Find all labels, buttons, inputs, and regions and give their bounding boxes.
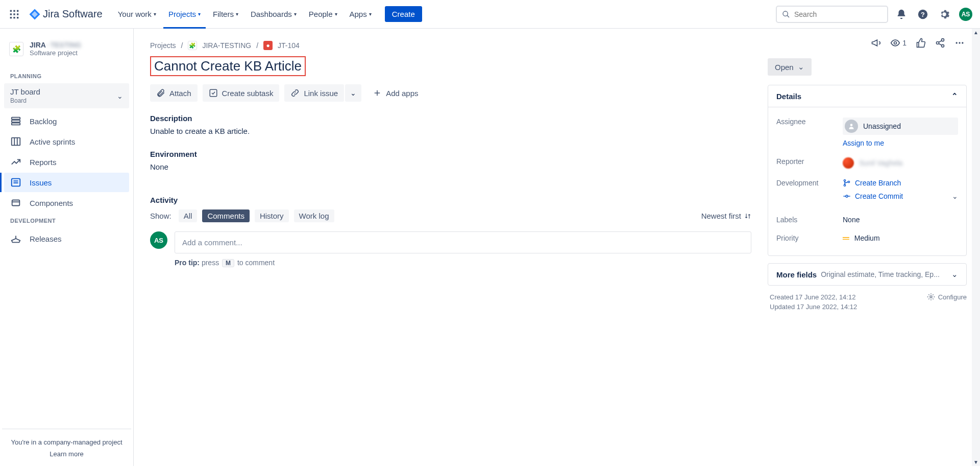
svg-rect-15 [12,123,20,125]
chevron-down-icon: ▾ [294,11,297,17]
create-branch-link[interactable]: Create Branch [843,179,958,187]
environment-label: Environment [150,150,751,158]
assignee-field[interactable]: Unassigned [843,118,958,135]
nav-people[interactable]: People▾ [304,7,342,21]
sidebar-item-reports[interactable]: Reports [4,152,129,172]
issue-title[interactable]: Cannot Create KB Article [150,56,306,76]
search-box[interactable] [776,6,888,23]
svg-rect-1 [13,10,15,11]
configure-button[interactable]: Configure [927,293,967,301]
project-avatar-icon: 🧩 [9,42,23,56]
svg-rect-3 [10,13,12,15]
app-switcher[interactable] [6,6,22,22]
environment-body[interactable]: None [150,162,751,171]
priority-field[interactable]: ═ Medium [843,234,958,242]
sidebar: 🧩 JIRA- TESTING Software project PLANNIN… [0,29,134,466]
svg-line-33 [939,43,942,45]
details-panel: Details ⌃ Assignee Unassigned Assign to … [768,85,967,256]
scroll-up-icon[interactable]: ▲ [973,30,978,35]
commit-icon [843,192,851,200]
sidebar-item-issues[interactable]: Issues [4,173,129,192]
sidebar-item-active-sprints[interactable]: Active sprints [4,132,129,151]
nav-apps[interactable]: Apps▾ [345,7,377,21]
chevron-down-icon: ⌄ [798,62,804,72]
avatar: AS [959,8,972,21]
sidebar-project[interactable]: 🧩 JIRA- TESTING Software project [4,37,129,61]
svg-point-28 [894,42,897,44]
status-dropdown[interactable]: Open ⌄ [768,58,812,76]
sidebar-item-backlog[interactable]: Backlog [4,111,129,131]
svg-rect-25 [210,89,217,97]
search-input[interactable] [794,10,882,18]
attach-button[interactable]: Attach [150,84,198,102]
details-toggle[interactable]: Details ⌃ [768,85,966,107]
nav-projects[interactable]: Projects▾ [163,7,206,21]
svg-point-34 [956,42,958,43]
sidebar-section-planning: PLANNING [4,69,129,83]
scroll-down-icon[interactable]: ▼ [973,459,978,465]
link-issue-button[interactable]: Link issue [284,84,344,102]
link-issue-more[interactable]: ⌄ [345,84,361,102]
reports-icon [10,156,21,168]
description-label: Description [150,114,751,123]
vertical-scrollbar[interactable]: ▲ ▼ [972,29,980,466]
svg-point-9 [783,11,788,16]
nav-your-work[interactable]: Your work▾ [113,7,161,21]
chevron-down-icon: ⌄ [117,92,123,100]
breadcrumb-projects[interactable]: Projects [150,41,176,50]
more-actions-button[interactable] [954,38,965,48]
nav-filters[interactable]: Filters▾ [208,7,243,21]
pro-tip: Pro tip: press M to comment [175,259,751,267]
profile-button[interactable]: AS [958,6,974,22]
labels-label: Labels [776,216,843,224]
more-fields-toggle[interactable]: More fields Original estimate, Time trac… [768,263,967,286]
breadcrumb-project[interactable]: JIRA-TESTING [202,41,251,50]
tab-comments[interactable]: Comments [202,209,250,222]
notifications-button[interactable] [893,6,910,22]
settings-button[interactable] [936,6,952,22]
primary-nav: Your work▾ Projects▾ Filters▾ Dashboards… [113,6,422,22]
description-body[interactable]: Unable to create a KB article. [150,127,751,135]
feedback-button[interactable] [871,38,881,48]
share-button[interactable] [935,38,945,48]
help-button[interactable]: ? [915,6,931,22]
svg-rect-13 [12,118,20,120]
add-apps-button[interactable]: Add apps [366,84,424,102]
sidebar-item-releases[interactable]: Releases [4,229,129,248]
sidebar-board-selector[interactable]: JT board Board ⌄ [4,83,129,108]
tab-history[interactable]: History [255,209,289,222]
development-label: Development [776,179,843,187]
reporter-field[interactable]: Sunil Vaghela [843,157,958,169]
activity-tabs: Show: All Comments History Work log Newe… [150,209,751,222]
sidebar-section-development: DEVELOPMENT [4,214,129,228]
chevron-down-icon: ▾ [198,11,201,17]
gear-icon [927,293,935,301]
svg-rect-5 [17,13,18,15]
vote-button[interactable] [916,38,926,48]
breadcrumb-issue-key[interactable]: JT-104 [278,41,300,50]
labels-field[interactable]: None [843,216,958,224]
svg-point-41 [846,195,848,197]
chevron-down-icon: ▾ [154,11,156,17]
sidebar-item-components[interactable]: Components [4,193,129,213]
svg-line-10 [787,15,789,17]
jira-logo-icon [29,8,41,20]
sort-toggle[interactable]: Newest first [701,212,751,220]
assign-to-me-link[interactable]: Assign to me [843,139,884,147]
attachment-icon [156,88,165,98]
learn-more-link[interactable]: Learn more [50,450,83,458]
person-icon [845,120,858,133]
gear-icon [939,9,950,20]
create-button[interactable]: Create [385,6,422,22]
comment-input[interactable]: Add a comment... [175,231,751,253]
watchers-button[interactable]: 1 [890,38,906,48]
board-icon [10,136,21,147]
create-commit-link[interactable]: Create Commit ⌄ [843,192,958,200]
jira-logo[interactable]: Jira Software [24,8,107,20]
top-nav: Jira Software Your work▾ Projects▾ Filte… [0,0,980,29]
tab-worklog[interactable]: Work log [294,209,334,222]
tab-all[interactable]: All [179,209,198,222]
create-subtask-button[interactable]: Create subtask [203,84,280,102]
nav-dashboards[interactable]: Dashboards▾ [246,7,302,21]
link-icon [290,88,300,98]
